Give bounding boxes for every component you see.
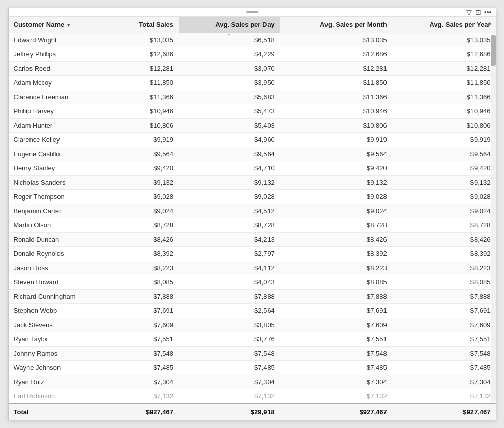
filter-icon[interactable]: ▽ xyxy=(466,8,472,16)
cell-per-day: $7,548 xyxy=(179,347,280,361)
col-label-customer-name: Customer Name xyxy=(14,21,65,28)
cell-per-month: $7,609 xyxy=(280,318,392,332)
col-avg-sales-year[interactable]: Avg. Sales per Year ^ xyxy=(392,17,496,33)
table-row: Clarence Kelley $9,919 $4,960 $9,919 $9,… xyxy=(9,133,496,147)
cell-total: $10,946 xyxy=(113,104,179,119)
cell-per-month: $10,946 xyxy=(280,104,392,119)
table-row: Jeffrey Phillips $12,686 $4,229 $12,686 … xyxy=(9,47,496,62)
cell-total: $12,686 xyxy=(113,47,179,62)
cell-per-year: $9,564 xyxy=(392,147,496,161)
cell-total: $7,888 xyxy=(113,290,179,304)
cell-name: Ryan Taylor xyxy=(9,332,114,347)
cell-name: Ronald Duncan xyxy=(9,233,114,247)
cell-per-month: $7,548 xyxy=(280,347,392,361)
cell-per-month: $7,551 xyxy=(280,332,392,347)
cell-per-year: $9,028 xyxy=(392,190,496,204)
drag-handle[interactable] xyxy=(246,11,258,13)
col-avg-sales-month[interactable]: Avg. Sales per Month xyxy=(280,17,392,33)
cell-name: Roger Thompson xyxy=(9,190,114,204)
cell-per-day: $5,683 xyxy=(179,90,280,104)
header-row: Customer Name ▾ Total Sales Avg. Sales p… xyxy=(9,17,496,33)
cell-per-year: $10,806 xyxy=(392,119,496,133)
table-row: Ryan Taylor $7,551 $3,776 $7,551 $7,551 xyxy=(9,332,496,347)
cell-per-year: $7,691 xyxy=(392,304,496,318)
cell-per-month: $9,024 xyxy=(280,204,392,218)
cell-name: Clarence Kelley xyxy=(9,133,114,147)
table-container: Customer Name ▾ Total Sales Avg. Sales p… xyxy=(9,17,496,420)
cell-total: $8,728 xyxy=(113,218,179,233)
cell-per-day: $3,776 xyxy=(179,332,280,347)
cell-per-year: $12,281 xyxy=(392,62,496,76)
cell-name: Martin Olson xyxy=(9,218,114,233)
cell-total: $9,028 xyxy=(113,190,179,204)
cell-per-month: $9,420 xyxy=(280,161,392,176)
cell-per-year: $7,888 xyxy=(392,290,496,304)
cell-name: Adam Mccoy xyxy=(9,76,114,90)
cell-per-day: $9,132 xyxy=(179,176,280,190)
col-customer-name[interactable]: Customer Name ▾ xyxy=(9,17,114,33)
col-label-avg-sales-year: Avg. Sales per Year xyxy=(430,21,491,28)
table-body: Edward Wright $13,035 $6,518 $13,035 $13… xyxy=(9,33,496,404)
table-row: Adam Mccoy $11,850 $3,950 $11,850 $11,85… xyxy=(9,76,496,90)
cell-name: Wayne Johnson xyxy=(9,361,114,375)
cell-per-day: $3,070 xyxy=(179,62,280,76)
cell-total: $9,564 xyxy=(113,147,179,161)
cell-per-day: $8,728 xyxy=(179,218,280,233)
cell-per-year: $7,304 xyxy=(392,375,496,389)
table-row: Edward Wright $13,035 $6,518 $13,035 $13… xyxy=(9,33,496,47)
cell-per-month: $10,806 xyxy=(280,119,392,133)
cell-per-day: $9,564 xyxy=(179,147,280,161)
col-avg-sales-day[interactable]: Avg. Sales per Day ↑ xyxy=(179,17,280,33)
table-row: Eugene Castillo $9,564 $9,564 $9,564 $9,… xyxy=(9,147,496,161)
cell-name: Donald Reynolds xyxy=(9,247,114,261)
cell-per-month: $7,132 xyxy=(280,389,392,404)
cell-per-month: $9,132 xyxy=(280,176,392,190)
cell-per-year: $10,946 xyxy=(392,104,496,119)
table-row: Wayne Johnson $7,485 $7,485 $7,485 $7,48… xyxy=(9,361,496,375)
cell-per-year: $7,548 xyxy=(392,347,496,361)
cell-per-year: $11,850 xyxy=(392,76,496,90)
cell-per-year: $8,728 xyxy=(392,218,496,233)
cell-total: $9,024 xyxy=(113,204,179,218)
layout-icon[interactable]: ⊡ xyxy=(475,8,481,16)
cell-per-year: $7,485 xyxy=(392,361,496,375)
col-total-sales[interactable]: Total Sales xyxy=(113,17,179,33)
cell-per-month: $8,426 xyxy=(280,233,392,247)
table-row: Jason Ross $8,223 $4,112 $8,223 $8,223 xyxy=(9,261,496,275)
table-row: Adam Hunter $10,806 $5,403 $10,806 $10,8… xyxy=(9,119,496,133)
col-label-avg-sales-month: Avg. Sales per Month xyxy=(320,21,387,28)
more-options-icon[interactable]: ••• xyxy=(484,8,492,16)
table-row: Nicholas Sanders $9,132 $9,132 $9,132 $9… xyxy=(9,176,496,190)
cell-per-year: $9,420 xyxy=(392,161,496,176)
cell-name: Steven Howard xyxy=(9,275,114,290)
cell-per-day: $3,805 xyxy=(179,318,280,332)
cell-name: Henry Stanley xyxy=(9,161,114,176)
cell-total: $11,366 xyxy=(113,90,179,104)
cell-per-day: $5,403 xyxy=(179,119,280,133)
scrollbar-track[interactable] xyxy=(491,35,496,402)
cell-total: $9,919 xyxy=(113,133,179,147)
cell-per-year: $8,223 xyxy=(392,261,496,275)
table-row: Johnny Ramos $7,548 $7,548 $7,548 $7,548 xyxy=(9,347,496,361)
cell-per-day: $4,043 xyxy=(179,275,280,290)
cell-total: $8,223 xyxy=(113,261,179,275)
scrollbar-thumb[interactable] xyxy=(491,35,496,66)
cell-per-day: $4,960 xyxy=(179,133,280,147)
cell-name: Earl Robinson xyxy=(9,389,114,404)
footer-per-day: $29,918 xyxy=(179,404,280,420)
cell-per-year: $9,132 xyxy=(392,176,496,190)
table-row: Earl Robinson $7,132 $7,132 $7,132 $7,13… xyxy=(9,389,496,404)
table-row: Phillip Harvey $10,946 $5,473 $10,946 $1… xyxy=(9,104,496,119)
table-row: Clarence Freeman $11,366 $5,683 $11,366 … xyxy=(9,90,496,104)
cell-name: Benjamin Carter xyxy=(9,204,114,218)
cell-per-month: $8,085 xyxy=(280,275,392,290)
scroll-up-icon[interactable]: ^ xyxy=(488,21,491,28)
footer-row: Total $927,467 $29,918 $927,467 $927,467 xyxy=(9,404,496,420)
cell-per-month: $11,850 xyxy=(280,76,392,90)
cell-per-year: $11,366 xyxy=(392,90,496,104)
cell-total: $10,806 xyxy=(113,119,179,133)
footer-per-month: $927,467 xyxy=(280,404,392,420)
cell-per-year: $9,919 xyxy=(392,133,496,147)
col-label-total-sales: Total Sales xyxy=(139,21,173,28)
cell-total: $13,035 xyxy=(113,33,179,47)
